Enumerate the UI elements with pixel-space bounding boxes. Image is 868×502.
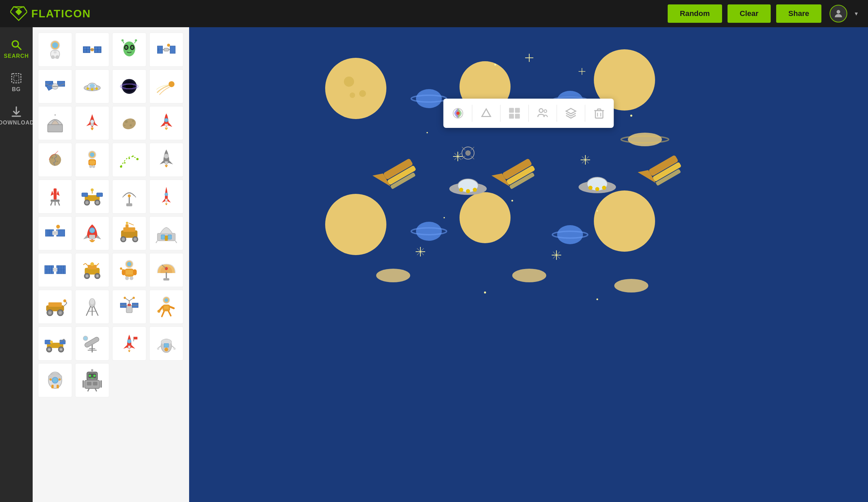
icon-rocket-with-flag[interactable] xyxy=(112,327,146,360)
icon-telescope[interactable] xyxy=(75,327,109,360)
icon-satellite2[interactable] xyxy=(38,216,72,250)
icon-black-hole[interactable] xyxy=(112,69,146,103)
svg-point-282 xyxy=(595,187,599,191)
icon-rover3[interactable] xyxy=(75,253,109,287)
svg-rect-65 xyxy=(91,123,94,126)
icon-rocket4[interactable] xyxy=(149,180,183,214)
svg-point-64 xyxy=(91,120,94,123)
svg-point-100 xyxy=(85,201,89,204)
svg-point-186 xyxy=(90,299,94,305)
svg-point-220 xyxy=(127,339,131,343)
svg-point-84 xyxy=(120,165,122,168)
pattern-canvas[interactable] xyxy=(189,27,868,502)
icon-space-station[interactable] xyxy=(38,69,72,103)
icon-asteroid[interactable] xyxy=(112,106,146,140)
icon-space-suit[interactable] xyxy=(112,253,146,287)
sidebar-item-search[interactable]: SEARCH xyxy=(3,34,30,64)
icon-lunar-rover[interactable] xyxy=(38,327,72,360)
icon-satellite3[interactable] xyxy=(38,253,72,287)
svg-point-330 xyxy=(597,299,598,300)
toolbar-shape-button[interactable] xyxy=(475,102,498,124)
svg-rect-134 xyxy=(165,236,168,241)
pattern-toolbar xyxy=(444,99,614,128)
svg-marker-1 xyxy=(15,9,22,15)
svg-line-301 xyxy=(471,156,474,159)
random-button[interactable]: Random xyxy=(668,4,722,23)
icon-dotted-path[interactable] xyxy=(112,143,146,177)
icon-space-base[interactable] xyxy=(149,216,183,250)
svg-point-11 xyxy=(52,42,58,48)
logo-text: FLATICON xyxy=(31,8,91,20)
icon-space-probe[interactable] xyxy=(112,290,146,324)
svg-rect-98 xyxy=(96,193,103,197)
svg-point-339 xyxy=(544,110,547,113)
share-button[interactable]: Share xyxy=(776,4,822,23)
icon-observatory[interactable] xyxy=(38,106,72,140)
icon-comet[interactable] xyxy=(149,69,183,103)
icon-rover4[interactable] xyxy=(38,290,72,324)
svg-rect-8 xyxy=(14,76,19,81)
icon-astronaut2[interactable] xyxy=(75,143,109,177)
toolbar-color-button[interactable] xyxy=(447,102,469,124)
svg-point-213 xyxy=(50,340,53,344)
svg-point-326 xyxy=(512,200,513,202)
svg-rect-225 xyxy=(164,344,168,347)
icon-capsule[interactable] xyxy=(149,327,183,360)
svg-point-67 xyxy=(125,120,128,123)
toolbar-pattern-button[interactable] xyxy=(503,102,526,124)
svg-point-210 xyxy=(60,348,62,351)
svg-point-269 xyxy=(628,133,662,146)
toolbar-people-button[interactable] xyxy=(531,102,554,124)
toolbar-delete-button[interactable] xyxy=(588,102,610,124)
sidebar-item-bg[interactable]: BG xyxy=(3,67,30,97)
icon-robot[interactable] xyxy=(75,363,109,397)
icon-broken-planet[interactable] xyxy=(38,143,72,177)
svg-point-52 xyxy=(87,88,89,90)
icon-shuttle[interactable] xyxy=(75,216,109,250)
svg-point-283 xyxy=(602,186,606,190)
svg-point-13 xyxy=(51,55,55,59)
icon-ufo[interactable] xyxy=(75,69,109,103)
user-avatar[interactable] xyxy=(829,5,847,22)
svg-rect-335 xyxy=(515,108,520,113)
logo[interactable]: FLATICON xyxy=(10,5,91,22)
icon-space-capsule2[interactable] xyxy=(38,363,72,397)
icon-tripod[interactable] xyxy=(75,290,109,324)
sidebar-item-download-label: DOWNLOAD xyxy=(0,120,34,126)
icon-rover[interactable] xyxy=(75,180,109,214)
user-dropdown-arrow[interactable]: ▾ xyxy=(855,10,858,17)
svg-point-40 xyxy=(167,44,170,47)
svg-rect-127 xyxy=(125,225,128,228)
svg-rect-15 xyxy=(54,51,57,53)
svg-point-87 xyxy=(132,155,134,157)
svg-point-90 xyxy=(164,154,168,158)
icon-alien[interactable] xyxy=(112,33,146,66)
clear-button[interactable]: Clear xyxy=(727,4,771,23)
svg-rect-173 xyxy=(48,303,62,307)
svg-point-54 xyxy=(95,88,98,90)
icon-space-walker[interactable] xyxy=(149,290,183,324)
svg-rect-205 xyxy=(44,340,51,344)
svg-point-327 xyxy=(444,217,445,218)
icon-rover2[interactable] xyxy=(112,216,146,250)
icon-satellite-small[interactable] xyxy=(149,33,183,66)
main-content: SEARCH BG DOWNLOAD xyxy=(0,27,868,502)
svg-point-255 xyxy=(325,194,386,255)
svg-point-74 xyxy=(51,156,53,159)
toolbar-layers-button[interactable] xyxy=(560,102,582,124)
svg-rect-245 xyxy=(93,382,97,385)
icon-rocket-launch[interactable] xyxy=(75,106,109,140)
svg-point-104 xyxy=(91,188,94,192)
icon-astronaut[interactable] xyxy=(38,33,72,66)
icon-antenna[interactable] xyxy=(112,180,146,214)
icon-launch-pad[interactable] xyxy=(38,180,72,214)
svg-point-109 xyxy=(165,193,168,196)
sidebar-item-download[interactable]: DOWNLOAD xyxy=(3,101,30,131)
svg-line-248 xyxy=(88,388,89,391)
sidebar-item-bg-label: BG xyxy=(12,86,21,92)
svg-rect-81 xyxy=(89,161,95,164)
icon-rocket2[interactable] xyxy=(149,106,183,140)
icon-rocket3[interactable] xyxy=(149,143,183,177)
icon-solar-panel[interactable] xyxy=(75,33,109,66)
icon-dish[interactable] xyxy=(149,253,183,287)
